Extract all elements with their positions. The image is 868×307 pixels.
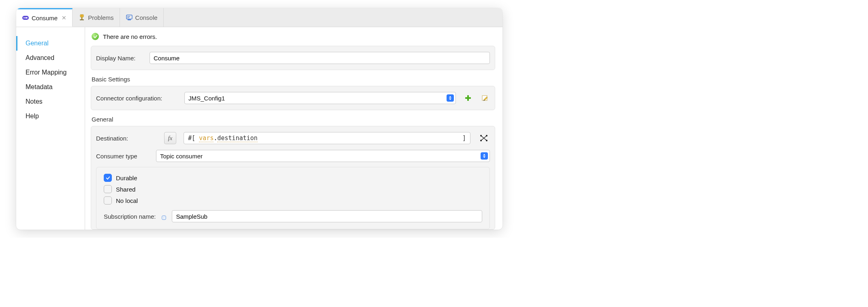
svg-rect-9 xyxy=(127,17,129,18)
edit-config-button[interactable] xyxy=(480,93,490,103)
expr-var: vars xyxy=(199,134,214,142)
sidebar-item-label: Error Mapping xyxy=(26,69,66,76)
general-title: General xyxy=(92,116,495,123)
tab-problems[interactable]: Problems xyxy=(73,8,120,27)
expr-open: #[ xyxy=(188,134,195,142)
sidebar-item-label: Notes xyxy=(26,98,43,105)
tab-bar: Consume ✕ Problems Console xyxy=(16,8,502,27)
basic-settings-panel: Connector configuration: JMS_Config1 xyxy=(91,86,495,110)
sidebar: General Advanced Error Mapping Metadata … xyxy=(16,27,85,230)
tab-console[interactable]: Console xyxy=(120,8,164,27)
sidebar-item-general[interactable]: General xyxy=(16,36,85,51)
sidebar-item-advanced[interactable]: Advanced xyxy=(16,51,85,65)
consumer-type-select[interactable]: Topic consumer xyxy=(156,150,490,162)
sidebar-item-label: General xyxy=(26,40,49,47)
svg-rect-1 xyxy=(24,17,25,19)
svg-rect-10 xyxy=(128,19,131,20)
sidebar-item-notes[interactable]: Notes xyxy=(16,94,85,109)
durable-checkbox[interactable] xyxy=(104,174,112,182)
destination-label: Destination: xyxy=(96,135,157,142)
panel-window: Consume ✕ Problems Console General Advan… xyxy=(16,8,502,230)
topic-options-panel: Durable Shared No local Subscription nam… xyxy=(96,167,490,229)
svg-rect-2 xyxy=(25,17,28,19)
dropdown-arrow-icon xyxy=(447,94,454,102)
basic-settings-section: Basic Settings Connector configuration: … xyxy=(91,74,495,110)
svg-rect-5 xyxy=(81,17,83,20)
status-row: There are no errors. xyxy=(91,33,495,42)
svg-rect-6 xyxy=(80,19,84,20)
content: There are no errors. Display Name: Basic… xyxy=(85,27,502,230)
shared-checkbox[interactable] xyxy=(104,185,112,193)
svg-text:i: i xyxy=(163,216,164,220)
fx-button[interactable]: fx xyxy=(164,132,176,144)
nolocal-checkbox[interactable] xyxy=(104,196,112,205)
ok-icon xyxy=(92,33,99,40)
svg-rect-8 xyxy=(127,16,130,17)
subscription-name-input[interactable] xyxy=(172,210,482,222)
sidebar-item-help[interactable]: Help xyxy=(16,109,85,124)
tab-label: Consume xyxy=(32,15,58,21)
sidebar-item-error-mapping[interactable]: Error Mapping xyxy=(16,65,85,80)
problems-tab-icon xyxy=(78,14,86,21)
status-text: There are no errors. xyxy=(103,33,157,40)
connector-config-value: JMS_Config1 xyxy=(188,95,225,102)
sidebar-item-label: Advanced xyxy=(26,54,54,61)
destination-input[interactable]: #[ vars.destination ] xyxy=(184,132,470,144)
general-panel: Destination: fx #[ vars.destination ] xyxy=(91,126,495,230)
tab-label: Console xyxy=(135,14,158,21)
svg-rect-12 xyxy=(465,97,471,99)
nolocal-label: No local xyxy=(116,197,138,204)
consumer-type-label: Consumer type xyxy=(96,153,149,160)
svg-point-4 xyxy=(81,15,82,16)
display-name-panel: Display Name: xyxy=(91,46,495,70)
shared-label: Shared xyxy=(116,186,135,193)
expr-prop: destination xyxy=(217,134,257,142)
consume-tab-icon xyxy=(22,14,29,21)
connector-config-label: Connector configuration: xyxy=(96,95,177,102)
sidebar-item-label: Metadata xyxy=(26,83,53,90)
display-name-label: Display Name: xyxy=(96,55,145,62)
sidebar-item-metadata[interactable]: Metadata xyxy=(16,80,85,94)
general-section: General Destination: fx #[ vars.destinat… xyxy=(91,114,495,230)
svg-rect-7 xyxy=(126,15,132,19)
info-icon: i xyxy=(161,215,166,220)
tab-consume[interactable]: Consume ✕ xyxy=(16,8,73,27)
add-config-button[interactable] xyxy=(463,93,473,103)
basic-settings-title: Basic Settings xyxy=(92,76,495,83)
close-icon[interactable]: ✕ xyxy=(62,15,66,21)
connector-config-select[interactable]: JMS_Config1 xyxy=(184,92,456,104)
durable-label: Durable xyxy=(116,175,137,181)
dropdown-arrow-icon xyxy=(481,152,488,160)
console-tab-icon xyxy=(126,14,133,21)
map-expression-button[interactable] xyxy=(478,132,490,144)
display-name-input[interactable] xyxy=(150,52,490,64)
expr-close: ] xyxy=(462,134,466,142)
body: General Advanced Error Mapping Metadata … xyxy=(16,27,502,230)
sidebar-item-label: Help xyxy=(26,113,39,119)
subscription-name-label: Subscription name: xyxy=(104,213,156,220)
tab-label: Problems xyxy=(88,14,113,21)
consumer-type-value: Topic consumer xyxy=(160,153,203,160)
